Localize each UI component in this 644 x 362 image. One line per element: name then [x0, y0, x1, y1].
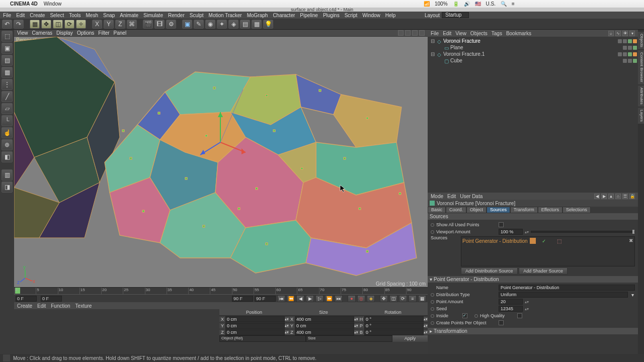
- object-row[interactable]: ⊟◇Voronoi Fracture.1: [429, 51, 637, 57]
- vp-nav-zoom-icon[interactable]: [405, 30, 411, 36]
- vis-dot-render[interactable]: [628, 39, 632, 43]
- am-userdata[interactable]: User Data: [460, 194, 482, 199]
- menu-render[interactable]: Render: [168, 13, 185, 18]
- menu-pipeline[interactable]: Pipeline: [300, 13, 318, 18]
- render-settings-button[interactable]: ⚙: [166, 20, 176, 29]
- autokey-button[interactable]: ◎: [357, 295, 365, 302]
- vp-options[interactable]: Options: [77, 30, 94, 36]
- expand-icon[interactable]: ⊟: [430, 51, 435, 57]
- goto-start-button[interactable]: ⏮: [277, 295, 285, 302]
- vis-dot-editor[interactable]: [623, 52, 627, 56]
- enable-dot[interactable]: [633, 52, 637, 56]
- prev-key-button[interactable]: ⏪: [287, 295, 295, 302]
- menu-create[interactable]: Create: [30, 13, 45, 18]
- attr-tab-sources[interactable]: Sources: [487, 207, 510, 213]
- battery-icon[interactable]: 🔋: [453, 1, 459, 7]
- expand-icon[interactable]: ⊟: [430, 38, 435, 44]
- xray-button[interactable]: ◨: [2, 182, 13, 193]
- object-row[interactable]: ⊟◇Voronoi Fracture: [429, 38, 637, 44]
- layer-dot[interactable]: [618, 39, 622, 43]
- key-rot-button[interactable]: ⟳: [399, 295, 407, 302]
- render-pv-button[interactable]: 🎞: [154, 20, 165, 29]
- pgd-section-header[interactable]: ▾ Point Generator - Distribution: [428, 276, 638, 283]
- frame-end-b-input[interactable]: [255, 296, 276, 302]
- am-up-icon[interactable]: ▲: [608, 194, 614, 199]
- axis-y-lock[interactable]: Y: [104, 20, 114, 29]
- material-manager-area[interactable]: [14, 309, 219, 354]
- menu-sculpt[interactable]: Sculpt: [190, 13, 204, 18]
- vis-dot-render[interactable]: [633, 59, 637, 63]
- viewport-amount-slider[interactable]: [531, 231, 635, 233]
- vis-dot-render[interactable]: [633, 46, 637, 50]
- sources-section-header[interactable]: Sources: [428, 213, 638, 220]
- points-mode-button[interactable]: ⋮: [2, 79, 13, 90]
- wifi-icon[interactable]: 📶: [424, 1, 430, 7]
- add-generator-button[interactable]: ✦: [217, 20, 227, 29]
- add-camera-button[interactable]: ▦: [252, 20, 262, 29]
- menu-character[interactable]: Character: [273, 13, 295, 18]
- attr-tab-basic[interactable]: Basic: [428, 207, 446, 213]
- battery-readout[interactable]: 100%: [435, 1, 448, 7]
- vp-toggle-layout-icon[interactable]: [419, 30, 425, 36]
- param-dot[interactable]: [431, 300, 434, 304]
- polygons-mode-button[interactable]: ▱: [2, 103, 13, 114]
- scale-tool[interactable]: ◫: [53, 20, 63, 29]
- source-entry-remove-icon[interactable]: ✖: [629, 238, 633, 243]
- add-deformer-button[interactable]: ◈: [228, 20, 238, 29]
- render-view-button[interactable]: 🎬: [143, 20, 153, 29]
- axis-z-lock[interactable]: Z: [115, 20, 125, 29]
- pgd-name-input[interactable]: [499, 285, 635, 291]
- object-name[interactable]: Plane: [450, 45, 621, 50]
- redo-button[interactable]: ↷: [14, 20, 24, 29]
- hq-checkbox[interactable]: [517, 313, 522, 318]
- live-select-tool[interactable]: ▦: [30, 20, 40, 29]
- timeline-ruler[interactable]: 051015202530354045505560657075808590: [14, 287, 428, 294]
- om-tags[interactable]: Tags: [492, 31, 502, 36]
- vis-dot-editor[interactable]: [628, 59, 632, 63]
- texture-mode-button[interactable]: ▤: [2, 55, 13, 66]
- vp-cameras[interactable]: Cameras: [32, 30, 53, 36]
- prev-frame-button[interactable]: ◀: [296, 295, 304, 302]
- next-key-button[interactable]: ⏩: [325, 295, 333, 302]
- add-cube-button[interactable]: ▣: [182, 20, 192, 29]
- am-mode[interactable]: Mode: [431, 194, 443, 199]
- coord-system-button[interactable]: ⌘: [127, 20, 137, 29]
- coord-size-dropdown[interactable]: Size: [306, 335, 392, 342]
- pos-input[interactable]: [225, 323, 285, 329]
- menu-script[interactable]: Script: [345, 13, 358, 18]
- tab-objects[interactable]: Objects: [638, 32, 644, 49]
- axis-mode-button[interactable]: └: [2, 115, 13, 126]
- menu-help[interactable]: Help: [385, 13, 396, 18]
- vp-nav-move-icon[interactable]: [398, 30, 404, 36]
- param-dot[interactable]: [431, 230, 434, 234]
- undo-button[interactable]: ↶: [2, 20, 12, 29]
- object-name[interactable]: Voronoi Fracture.1: [443, 51, 616, 57]
- param-dot[interactable]: [431, 321, 434, 325]
- pos-input[interactable]: [225, 316, 285, 322]
- tab-layers[interactable]: Layers: [638, 108, 644, 124]
- tab-attributes[interactable]: Attributes: [638, 85, 644, 107]
- vp-filter[interactable]: Filter: [98, 30, 109, 36]
- om-file[interactable]: File: [431, 31, 439, 36]
- am-new-icon[interactable]: ☰: [622, 194, 628, 199]
- menu-file[interactable]: File: [3, 13, 11, 18]
- add-environment-button[interactable]: ▤: [240, 20, 250, 29]
- menu-animate[interactable]: Animate: [120, 13, 138, 18]
- goto-end-button[interactable]: ⏭: [335, 295, 343, 302]
- inside-checkbox[interactable]: [462, 313, 467, 318]
- menu-motion-tracker[interactable]: Motion Tracker: [209, 13, 242, 18]
- recent-tool[interactable]: ✧: [76, 20, 86, 29]
- key-pos-button[interactable]: ✥: [380, 295, 388, 302]
- key-scale-button[interactable]: ◫: [389, 295, 397, 302]
- layer-dot[interactable]: [618, 52, 622, 56]
- menu-mograph[interactable]: MoGraph: [247, 13, 268, 18]
- add-pen-button[interactable]: ✎: [194, 20, 204, 29]
- menu-select[interactable]: Select: [50, 13, 64, 18]
- object-row[interactable]: ▭Plane: [429, 44, 637, 51]
- am-fwd-icon[interactable]: ▶: [601, 194, 607, 199]
- menu-mesh[interactable]: Mesh: [86, 13, 98, 18]
- frame-end-a-input[interactable]: [232, 296, 253, 302]
- size-input[interactable]: [295, 323, 354, 329]
- attr-tab-transform[interactable]: Transform: [510, 207, 538, 213]
- vis-dot-render[interactable]: [628, 52, 632, 56]
